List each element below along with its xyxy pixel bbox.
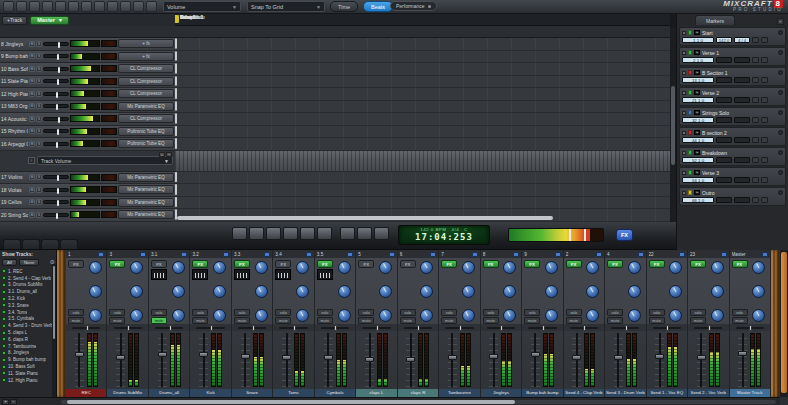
marker-timesig-field[interactable]	[734, 137, 750, 143]
show-tracks-list-item[interactable]: 11. Slate Piano	[2, 370, 55, 377]
clip-lane[interactable]: organ	[175, 101, 670, 114]
track-mute-button[interactable]: M	[29, 128, 35, 134]
automation-type-select[interactable]: Volume ▼	[163, 1, 241, 12]
track-fx-chip[interactable]: CL Compressor	[118, 89, 174, 98]
flag-icon[interactable]: ⚑	[694, 170, 700, 175]
strip-mute-button[interactable]: mute	[275, 317, 291, 324]
track-visible-checkbox[interactable]	[2, 303, 6, 307]
marker-menu-button[interactable]	[778, 90, 783, 95]
show-tracks-list-item[interactable]: 8. Jingleys	[2, 350, 55, 357]
track-volume-slider[interactable]	[43, 104, 69, 108]
automation-remove-button[interactable]: −	[166, 152, 172, 157]
fader-handle[interactable]	[655, 354, 664, 359]
bottom-panel-tab[interactable]	[22, 239, 40, 249]
strip-pan-slider[interactable]	[66, 324, 106, 331]
eq-mid-knob[interactable]	[379, 285, 392, 298]
strip-fx-button[interactable]: FX	[109, 260, 125, 268]
track-fx-chip[interactable]: Pultronic Tube EQ	[118, 127, 174, 136]
eq-mid-knob[interactable]	[669, 285, 682, 298]
strip-pan-slider[interactable]	[273, 324, 313, 331]
strip-output-button[interactable]	[513, 252, 519, 257]
audio-clip[interactable]: Cellos Legato	[175, 197, 177, 208]
strip-mute-button[interactable]: mute	[566, 317, 582, 324]
marker-position-field[interactable]: 13 1 0	[682, 77, 714, 83]
track-header-row[interactable]: 10 Bass Soft M S CL Compressor	[0, 63, 175, 76]
strip-pan-slider[interactable]	[730, 324, 770, 331]
track-visible-checkbox[interactable]	[2, 276, 6, 280]
eq-mid-knob[interactable]	[338, 285, 351, 298]
marker-option-button[interactable]	[752, 177, 759, 183]
marker-option-button[interactable]	[752, 57, 759, 63]
strip-fx-button[interactable]: FX	[566, 260, 582, 268]
track-mute-button[interactable]: M	[29, 103, 35, 109]
track-header-row[interactable]: 17 Violins M S Mx Parametric EQ	[0, 172, 175, 185]
flag-icon[interactable]: ⚑	[694, 110, 700, 115]
strip-pan-slider[interactable]	[605, 324, 645, 331]
fader-handle[interactable]	[614, 355, 623, 360]
eq-low-knob[interactable]	[586, 309, 599, 322]
track-fx-chip[interactable]: + fx	[118, 52, 174, 61]
strip-output-button[interactable]	[596, 252, 602, 257]
strip-pan-slider[interactable]	[107, 324, 147, 331]
timeline-ruler[interactable]	[175, 26, 670, 38]
strip-output-button[interactable]	[762, 252, 768, 257]
strip-output-button[interactable]	[306, 252, 312, 257]
strip-fx-button[interactable]: FX	[192, 260, 208, 268]
strip-pan-slider[interactable]	[315, 324, 355, 331]
strip-eq-display[interactable]	[151, 269, 167, 280]
marker-option-button[interactable]	[761, 97, 768, 103]
track-volume-slider[interactable]	[43, 200, 69, 204]
strip-output-button[interactable]	[555, 252, 561, 257]
mixer-zoom-in-button[interactable]: +	[2, 399, 9, 405]
show-all-button[interactable]: All	[2, 259, 17, 266]
strip-output-button[interactable]	[472, 252, 478, 257]
audio-clip[interactable]: bass gtr	[175, 63, 177, 74]
eq-high-knob[interactable]	[172, 261, 185, 274]
eq-high-knob[interactable]	[379, 261, 392, 274]
fader-handle[interactable]	[158, 352, 167, 357]
marker-checkbox[interactable]	[682, 91, 686, 95]
marker-option-button[interactable]	[752, 157, 759, 163]
track-solo-button[interactable]: S	[36, 187, 42, 193]
show-tracks-list-item[interactable]: 9. Bump bah bump	[2, 356, 55, 363]
strip-solo-button[interactable]: solo	[566, 309, 582, 316]
track-fx-chip[interactable]: Mx Parametric EQ	[118, 210, 174, 219]
marker-tempo-field[interactable]	[716, 137, 732, 143]
marker-checkbox[interactable]	[682, 111, 686, 115]
strip-fx-button[interactable]: FX	[151, 260, 167, 268]
show-tracks-scrollbar[interactable]	[52, 264, 56, 397]
eq-mid-knob[interactable]	[503, 285, 516, 298]
strip-output-button[interactable]	[389, 252, 395, 257]
marker-tempo-field[interactable]	[716, 157, 732, 163]
strip-mute-button[interactable]: mute	[483, 317, 499, 324]
audio-clip[interactable]: Jingleys_1	[175, 38, 177, 49]
strip-mute-button[interactable]: mute	[358, 317, 374, 324]
strip-volume-fader[interactable]	[572, 333, 581, 387]
track-volume-slider[interactable]	[43, 42, 69, 46]
show-tracks-list-item[interactable]: 7. Tambourine	[2, 343, 55, 350]
track-header-row[interactable]: 19 Cellos M S Mx Parametric EQ	[0, 197, 175, 210]
track-solo-button[interactable]: S	[36, 53, 42, 59]
audio-clip[interactable]: high piano	[175, 88, 177, 99]
track-mute-button[interactable]: M	[29, 174, 35, 180]
eq-mid-knob[interactable]	[711, 285, 724, 298]
strip-pan-slider[interactable]	[149, 324, 189, 331]
track-volume-slider[interactable]	[43, 67, 69, 71]
strip-pan-slider[interactable]	[688, 324, 728, 331]
clip-lane[interactable]: Violins 1 Legato Violins 2 Legato Violin…	[175, 172, 670, 185]
marker-row[interactable]: Verse 1 B Section 1	[175, 14, 670, 26]
eq-high-knob[interactable]	[669, 261, 682, 274]
track-mute-button[interactable]: M	[29, 199, 35, 205]
timeline-horizontal-scrollbar[interactable]	[177, 216, 553, 220]
strip-volume-fader[interactable]	[655, 333, 664, 387]
eq-high-knob[interactable]	[752, 261, 765, 274]
marker-color-swatch[interactable]	[688, 190, 692, 195]
close-icon[interactable]: ✕	[777, 18, 784, 25]
bottom-panel-tab[interactable]	[41, 239, 59, 249]
show-tracks-list-item[interactable]: 12. High Piano	[2, 377, 55, 384]
flag-icon[interactable]: ⚑	[694, 150, 700, 155]
timeline-marker-flag[interactable]: Outro	[175, 15, 192, 23]
show-tracks-list-item[interactable]: 6. claps R	[2, 336, 55, 343]
marker-menu-button[interactable]	[778, 170, 783, 175]
eq-low-knob[interactable]	[669, 309, 682, 322]
